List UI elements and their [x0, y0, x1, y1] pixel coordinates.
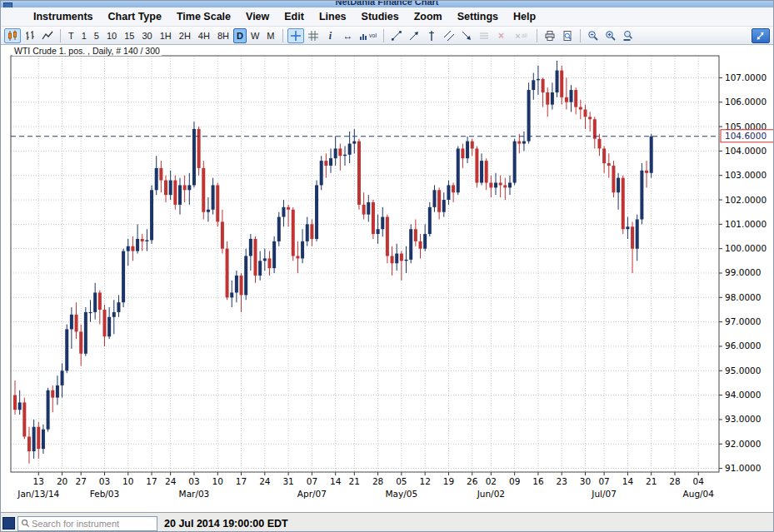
- timeframe-t-button[interactable]: T: [65, 28, 77, 43]
- arrow-tool-icon: [461, 30, 472, 42]
- x-axis-label: 14: [330, 476, 342, 486]
- chart-type-candles-button[interactable]: [4, 28, 21, 43]
- info-button[interactable]: i: [322, 28, 339, 43]
- timeframe-5-button[interactable]: 5: [91, 28, 102, 43]
- month-label: Mar/03: [179, 489, 210, 499]
- timeframe-m-button[interactable]: M: [263, 28, 277, 43]
- expand-horizontal-button[interactable]: ↔: [340, 28, 357, 43]
- timeframe-d-button[interactable]: D: [233, 28, 247, 43]
- zoom-out-button[interactable]: [585, 28, 602, 43]
- menu-instruments[interactable]: Instruments: [26, 11, 101, 22]
- candle-body: [362, 205, 366, 215]
- chart-type-bars-button[interactable]: [22, 28, 38, 43]
- candle-body: [102, 310, 106, 336]
- candle-body: [522, 142, 526, 144]
- menu-bar: InstrumentsChart TypeTime ScaleViewEditL…: [1, 7, 773, 27]
- delete-line-button[interactable]: ×: [493, 28, 510, 43]
- candle-body: [315, 185, 318, 239]
- candle-body: [306, 224, 309, 241]
- timeframe-30-button[interactable]: 30: [138, 28, 155, 43]
- candle-body: [32, 427, 36, 451]
- zoom-fit-icon: [622, 30, 634, 42]
- candle-body: [310, 224, 313, 239]
- y-axis-label: 106.0000: [725, 97, 767, 107]
- candle-body: [89, 312, 92, 313]
- menu-studies[interactable]: Studies: [354, 11, 407, 22]
- candle-body: [636, 219, 639, 248]
- candle-body: [471, 142, 474, 149]
- instrument-search-box[interactable]: [17, 516, 157, 531]
- timeframe-15-button[interactable]: 15: [121, 28, 137, 43]
- candle-body: [65, 329, 68, 370]
- timeframe-1-button[interactable]: 1: [78, 28, 90, 43]
- candle-body: [352, 142, 356, 144]
- candle-body: [22, 402, 26, 436]
- x-axis-label: 17: [146, 476, 157, 486]
- grid-icon: [307, 30, 319, 42]
- menu-view[interactable]: View: [238, 11, 277, 22]
- y-axis-label: 99.0000: [725, 267, 761, 277]
- candle-body: [192, 129, 196, 185]
- menu-edit[interactable]: Edit: [277, 11, 312, 22]
- x-axis-label: 31: [282, 476, 293, 486]
- volume-button[interactable]: vol: [357, 28, 379, 43]
- manage-lines-button[interactable]: [476, 28, 492, 43]
- chart-type-line-button[interactable]: [39, 28, 56, 43]
- zoom-in-button[interactable]: [602, 28, 619, 43]
- timeframe-2h-button[interactable]: 2H: [176, 28, 194, 43]
- status-timestamp: 20 Jul 2014 19:00:00 EDT: [164, 518, 288, 530]
- channel-button[interactable]: [441, 28, 457, 43]
- candle-body: [546, 92, 549, 105]
- arrow-tool-button[interactable]: [458, 28, 475, 43]
- timeframe-10-button[interactable]: 10: [103, 28, 120, 43]
- menu-settings[interactable]: Settings: [450, 11, 506, 22]
- ray-line-button[interactable]: [406, 28, 422, 43]
- candle-body: [164, 181, 167, 196]
- delete-all-lines-button[interactable]: × all: [511, 28, 532, 43]
- timeframe-8h-button[interactable]: 8H: [214, 28, 232, 43]
- candle-body: [155, 168, 158, 190]
- menu-time-scale[interactable]: Time Scale: [169, 11, 238, 22]
- candle-body: [169, 181, 172, 196]
- timeframe-4h-button[interactable]: 4H: [195, 28, 213, 43]
- zoom-fit-button[interactable]: [620, 28, 637, 43]
- volume-icon: [359, 31, 368, 41]
- trendline-icon: [391, 30, 402, 42]
- timeframe-w-button[interactable]: W: [247, 28, 262, 43]
- print-button[interactable]: [542, 28, 558, 43]
- month-label: Jun/02: [477, 489, 505, 499]
- candle-body: [131, 246, 134, 251]
- menu-zoom[interactable]: Zoom: [407, 11, 450, 22]
- candle-body: [357, 142, 361, 205]
- candle-body: [400, 254, 403, 261]
- y-axis-label: 98.0000: [725, 292, 761, 302]
- candle-body: [301, 241, 304, 259]
- candle-body: [428, 207, 432, 234]
- candle-body: [602, 148, 606, 163]
- candle-body: [320, 161, 323, 185]
- crosshair-icon: [290, 30, 302, 42]
- menu-help[interactable]: Help: [506, 11, 543, 22]
- candle-body: [329, 158, 332, 166]
- menu-lines[interactable]: Lines: [312, 11, 354, 22]
- print-preview-button[interactable]: [559, 28, 576, 43]
- grid-button[interactable]: [305, 28, 322, 43]
- candlestick-chart[interactable]: 91.000092.000093.000094.000095.000096.00…: [1, 45, 774, 512]
- candle-body: [240, 276, 243, 295]
- toolbar-separator: [60, 29, 61, 42]
- x-axis-label: 02: [486, 476, 497, 486]
- candle-body: [579, 107, 582, 110]
- x-axis-label: 05: [396, 476, 407, 486]
- menu-chart-type[interactable]: Chart Type: [101, 11, 169, 22]
- candle-body: [381, 217, 384, 230]
- x-axis-label: 03: [188, 476, 199, 486]
- crosshair-button[interactable]: [287, 28, 304, 43]
- plot-border: [11, 56, 719, 472]
- search-input[interactable]: [30, 518, 154, 530]
- trendline-button[interactable]: [388, 28, 405, 43]
- x-axis-label: 07: [598, 476, 609, 486]
- dock-button[interactable]: [752, 28, 770, 43]
- delete-all-icon: ×: [515, 31, 520, 41]
- timeframe-1h-button[interactable]: 1H: [157, 28, 175, 43]
- vertical-line-button[interactable]: [423, 28, 440, 43]
